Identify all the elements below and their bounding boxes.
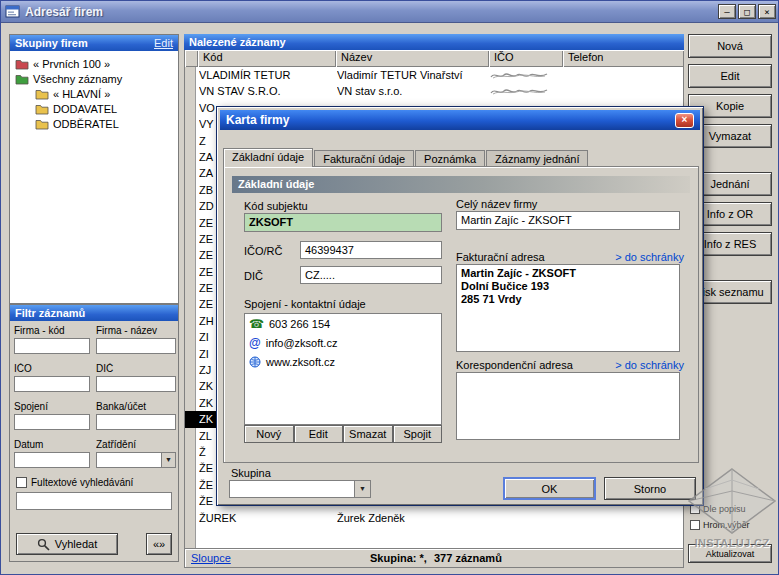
- postal-address-label: Korespondenční adresa: [456, 359, 573, 371]
- records-panel-header: Nalezené záznamy: [184, 34, 684, 50]
- column-header-gutter: [185, 50, 198, 67]
- contact-edit-button[interactable]: Edit: [294, 425, 344, 443]
- row-ico: [490, 67, 564, 83]
- filter-field-input[interactable]: [14, 414, 90, 430]
- by-description-label: Dle popisu: [703, 504, 746, 514]
- filter-field: DIČ: [96, 363, 176, 392]
- columns-link[interactable]: Sloupce: [191, 552, 231, 564]
- filter-field: Firma - kód: [14, 325, 90, 354]
- column-header-ico[interactable]: IČO: [489, 50, 563, 67]
- dic-label: DIČ: [244, 270, 263, 282]
- tree-item[interactable]: ODBĚRATEL: [10, 116, 178, 131]
- contact-new-button[interactable]: Nový: [244, 425, 294, 443]
- filter-field-input[interactable]: [14, 452, 90, 468]
- contact-item[interactable]: @info@zksoft.cz: [245, 333, 441, 352]
- new-company-button[interactable]: Nová: [688, 34, 772, 58]
- tree-item[interactable]: Všechny záznamy: [10, 71, 178, 86]
- company-name-field[interactable]: Martin Zajíc - ZKSOFT: [456, 211, 680, 230]
- contact-item[interactable]: www.zksoft.cz: [245, 352, 441, 371]
- tree-item-label: Všechny záznamy: [33, 73, 122, 85]
- column-header-telefon[interactable]: Telefon: [563, 50, 684, 67]
- ico-field[interactable]: 46399437: [300, 241, 442, 259]
- filter-field: Datum: [14, 439, 90, 468]
- group-label: Skupina: [231, 467, 271, 479]
- row-telefon: [564, 510, 683, 526]
- ok-button[interactable]: OK: [503, 477, 596, 500]
- filter-fields: Firma - kódFirma - názevIČODIČSpojeníBan…: [14, 325, 176, 468]
- groups-edit-link[interactable]: Edit: [154, 37, 173, 49]
- ico-scribble-icon: [490, 85, 548, 97]
- group-combo[interactable]: ▼: [229, 480, 371, 498]
- fulltext-checkbox[interactable]: [16, 477, 27, 488]
- close-button[interactable]: ×: [758, 4, 776, 19]
- filter-field-input[interactable]: [96, 338, 176, 354]
- dropdown-arrow-icon[interactable]: ▼: [354, 481, 370, 497]
- cancel-button[interactable]: Storno: [604, 477, 696, 500]
- filter-field-label: Firma - kód: [14, 325, 90, 336]
- magnifier-icon: [37, 538, 50, 551]
- dialog-tab-1[interactable]: Fakturační údaje: [314, 150, 414, 167]
- filter-field-input[interactable]: ▼: [96, 452, 176, 468]
- row-ico: [490, 510, 564, 526]
- collapse-button[interactable]: «»: [146, 533, 172, 555]
- table-row[interactable]: ŽUREKŽurek Zdeněk: [185, 510, 683, 526]
- company-card-dialog: Karta firmy × Základní údajeFakturační ú…: [216, 106, 704, 506]
- dropdown-arrow-icon[interactable]: ▼: [161, 453, 175, 467]
- table-row[interactable]: VLADIMÍR TETURVladimír TETUR Vinařství: [185, 67, 683, 83]
- filter-field-label: IČO: [14, 363, 90, 374]
- refresh-button[interactable]: Aktualizovat: [688, 544, 772, 563]
- filter-field: Spojení: [14, 401, 90, 430]
- folder-yellow-icon: [35, 88, 49, 100]
- filter-field-label: Zatřídění: [96, 439, 176, 450]
- app-icon: [5, 5, 20, 18]
- status-group-text: Skupina: *,: [370, 552, 427, 564]
- bulk-select-row: Hrom.výběr: [690, 520, 750, 530]
- dialog-tab-0[interactable]: Základní údaje: [223, 148, 313, 167]
- contact-delete-button[interactable]: Smazat: [343, 425, 393, 443]
- postal-clipboard-link[interactable]: > do schránky: [615, 359, 684, 371]
- dialog-title: Karta firmy: [226, 113, 289, 127]
- dialog-tab-3[interactable]: Záznamy jednání: [486, 150, 588, 167]
- invoice-address-box[interactable]: Martin Zajíc - ZKSOFT Dolní Bučice 193 2…: [456, 264, 680, 352]
- filter-field-input[interactable]: [96, 414, 176, 430]
- contacts-listbox[interactable]: ☎603 266 154@info@zksoft.czwww.zksoft.cz: [244, 313, 442, 425]
- contact-value: info@zksoft.cz: [266, 337, 338, 349]
- contact-item[interactable]: ☎603 266 154: [245, 314, 441, 333]
- code-field[interactable]: ZKSOFT: [244, 213, 442, 232]
- tree-item-label: « HLAVNÍ »: [53, 88, 110, 100]
- dialog-titlebar: Karta firmy ×: [220, 110, 700, 130]
- search-button[interactable]: Vyhledat: [16, 533, 118, 555]
- contact-value: 603 266 154: [269, 318, 330, 330]
- row-code: VLADIMÍR TETUR: [199, 67, 337, 83]
- postal-address-box[interactable]: [456, 372, 680, 440]
- tree-item[interactable]: « Prvních 100 »: [10, 56, 178, 71]
- fulltext-input[interactable]: [16, 492, 172, 510]
- fulltext-row: Fultextové vyhledávání: [16, 477, 133, 488]
- edit-company-button[interactable]: Edit: [688, 64, 772, 88]
- tree-item[interactable]: « HLAVNÍ »: [10, 86, 178, 101]
- filter-field: Firma - název: [96, 325, 176, 354]
- column-header-nazev[interactable]: Název: [336, 50, 489, 67]
- status-record-count: 377 záznamů: [434, 552, 502, 564]
- maximize-button[interactable]: □: [738, 4, 756, 19]
- invoice-clipboard-link[interactable]: > do schránky: [615, 251, 684, 263]
- dic-field[interactable]: CZ.....: [300, 266, 442, 284]
- row-code: VN STAV S.R.O.: [199, 83, 337, 99]
- filter-field-input[interactable]: [14, 338, 90, 354]
- filter-field-input[interactable]: [14, 376, 90, 392]
- tree-item-label: DODAVATEL: [53, 103, 117, 115]
- dialog-tab-2[interactable]: Poznámka: [415, 150, 485, 167]
- bulk-select-checkbox[interactable]: [690, 520, 700, 530]
- filter-field-input[interactable]: [96, 376, 176, 392]
- groups-panel-header: Skupiny firem Edit: [10, 35, 178, 51]
- dialog-close-button[interactable]: ×: [675, 113, 694, 128]
- tree-item[interactable]: DODAVATEL: [10, 101, 178, 116]
- contact-buttons: NovýEditSmazatSpojit: [244, 425, 442, 443]
- contact-join-button[interactable]: Spojit: [393, 425, 443, 443]
- code-label: Kód subjektu: [244, 200, 308, 212]
- minimize-button[interactable]: –: [718, 4, 736, 19]
- folder-green-icon: [15, 73, 29, 85]
- column-header-kod[interactable]: Kód: [198, 50, 336, 67]
- window-title: Adresář firem: [25, 5, 716, 19]
- table-row[interactable]: VN STAV S.R.O.VN stav s.r.o.: [185, 83, 683, 99]
